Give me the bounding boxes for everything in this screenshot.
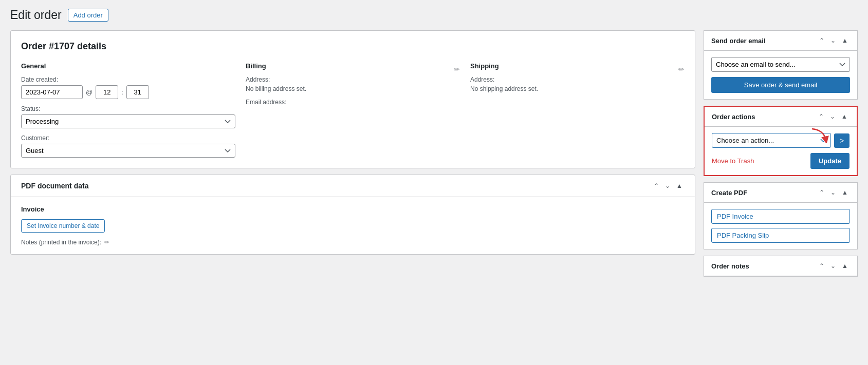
general-label: General	[21, 62, 235, 70]
shipping-address-label: Address:	[470, 76, 685, 83]
order-details-title: Order #1707 details	[21, 41, 685, 52]
send-order-email-title: Send order email	[711, 37, 765, 45]
save-email-button[interactable]: Save order & send email	[711, 77, 850, 93]
billing-address-label: Address:	[246, 76, 460, 83]
create-pdf-title: Create PDF	[711, 189, 747, 197]
invoice-section: Invoice Set Invoice number & date Notes …	[11, 197, 695, 254]
notes-edit-icon[interactable]: ✏	[104, 239, 109, 246]
shipping-label: Shipping	[470, 62, 499, 70]
create-pdf-section: Create PDF ⌃ ⌄ ▲ PDF Invoice PDF Packing…	[704, 182, 858, 249]
customer-label: Customer:	[21, 135, 235, 142]
pdf-expand-btn[interactable]: ▲	[674, 181, 685, 190]
pdf-document-title: PDF document data	[21, 182, 88, 190]
order-actions-title: Order actions	[712, 113, 755, 121]
pdf-packing-slip-button[interactable]: PDF Packing Slip	[711, 228, 850, 243]
invoice-title: Invoice	[21, 205, 685, 213]
pdf-collapse-up-btn[interactable]: ⌃	[652, 181, 661, 190]
order-details-card: Order #1707 details General Date created…	[10, 30, 695, 168]
actions-collapse-down-btn[interactable]: ⌄	[828, 112, 837, 121]
pdf-document-card: PDF document data ⌃ ⌄ ▲ Invoice Set Invo…	[10, 175, 695, 255]
billing-edit-icon[interactable]: ✏	[454, 65, 460, 73]
shipping-address-value: No shipping address set.	[470, 85, 685, 92]
pdf-invoice-button[interactable]: PDF Invoice	[711, 209, 850, 224]
email-collapse-down-btn[interactable]: ⌄	[828, 36, 838, 45]
status-label: Status:	[21, 105, 235, 112]
status-select[interactable]: Processing	[21, 114, 235, 128]
billing-address-value: No billing address set.	[246, 85, 460, 92]
order-notes-title: Order notes	[711, 262, 749, 270]
set-invoice-button[interactable]: Set Invoice number & date	[21, 219, 105, 233]
shipping-edit-icon[interactable]: ✏	[678, 65, 685, 73]
time-minute-input[interactable]	[126, 85, 149, 99]
pdf-down-btn[interactable]: ⌄	[828, 188, 838, 197]
update-button[interactable]: Update	[810, 153, 849, 169]
pdf-expand2-btn[interactable]: ▲	[840, 188, 850, 197]
action-go-button[interactable]: >	[834, 133, 849, 148]
pdf-up-btn[interactable]: ⌃	[817, 188, 826, 197]
billing-section: Billing ✏ Address: No billing address se…	[246, 62, 460, 158]
time-hour-input[interactable]	[96, 85, 118, 99]
notes-up-btn[interactable]: ⌃	[817, 261, 826, 271]
billing-email-label: Email address:	[246, 99, 460, 106]
page-title: Edit order	[10, 8, 62, 22]
add-order-button[interactable]: Add order	[68, 9, 108, 22]
action-select[interactable]: Choose an action...	[712, 133, 831, 148]
colon: :	[121, 88, 123, 96]
at-sign: @	[86, 88, 93, 96]
pdf-collapse-down-btn[interactable]: ⌄	[663, 181, 672, 190]
order-actions-section: Order actions ⌃ ⌄ ▲	[704, 106, 858, 176]
date-created-label: Date created:	[21, 76, 235, 83]
notes-expand-btn[interactable]: ▲	[840, 261, 850, 271]
order-notes-section: Order notes ⌃ ⌄ ▲	[704, 256, 858, 277]
date-created-input[interactable]	[21, 85, 83, 99]
notes-label: Notes (printed in the invoice):	[21, 239, 101, 246]
billing-label: Billing	[246, 62, 266, 70]
send-order-email-section: Send order email ⌃ ⌄ ▲ Choose an email t…	[704, 30, 858, 100]
actions-expand-btn[interactable]: ▲	[839, 112, 849, 121]
move-to-trash-link[interactable]: Move to Trash	[712, 157, 754, 165]
actions-collapse-up-btn[interactable]: ⌃	[817, 112, 826, 121]
email-expand-btn[interactable]: ▲	[840, 36, 850, 45]
general-section: General Date created: @ : Status:	[21, 62, 235, 158]
notes-down-btn[interactable]: ⌄	[828, 261, 838, 271]
email-collapse-up-btn[interactable]: ⌃	[817, 36, 826, 45]
shipping-section: Shipping ✏ Address: No shipping address …	[470, 62, 685, 158]
email-select[interactable]: Choose an email to send...	[711, 57, 850, 72]
customer-select[interactable]: Guest	[21, 144, 235, 158]
